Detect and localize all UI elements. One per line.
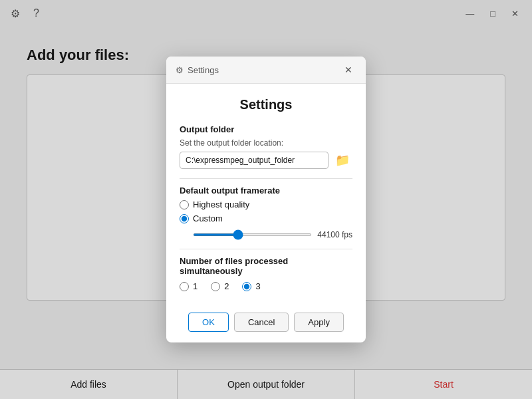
cancel-button[interactable]: Cancel (234, 313, 289, 332)
framerate-radio-highest[interactable]: Highest quality (180, 200, 352, 209)
simul-radio-1-input[interactable] (180, 282, 189, 291)
framerate-radio-custom-input[interactable] (180, 214, 189, 223)
framerate-slider[interactable] (193, 233, 312, 236)
folder-input-row: 📁 (180, 152, 352, 169)
simul-radio-1-label: 1 (193, 281, 198, 291)
framerate-label: Default output framerate (180, 186, 352, 196)
divider-2 (180, 249, 352, 249)
simul-radio-1[interactable]: 1 (180, 281, 198, 291)
framerate-custom-label: Custom (193, 213, 223, 223)
simul-radio-2[interactable]: 2 (211, 281, 229, 291)
dialog-close-button[interactable]: ✕ (340, 63, 356, 76)
simul-radio-3-input[interactable] (242, 282, 251, 291)
framerate-slider-row: 44100 fps (180, 230, 352, 239)
simultaneous-label: Number of files processed simultaneously (180, 256, 352, 276)
dialog-overlay: ⚙ Settings ✕ Settings Output folder Set … (0, 0, 532, 399)
main-window: ⚙ ? — □ ✕ Add your files: Add files Open… (0, 0, 532, 399)
dialog-body: Settings Output folder Set the output fo… (166, 84, 366, 313)
ok-button[interactable]: OK (188, 313, 229, 332)
simultaneous-radio-row: 1 2 3 (180, 281, 352, 291)
folder-browse-button[interactable]: 📁 (332, 152, 352, 169)
simul-radio-2-label: 2 (224, 281, 229, 291)
divider-1 (180, 178, 352, 179)
dialog-titlebar-label: Settings (188, 65, 219, 75)
dialog-titlebar-left: ⚙ Settings (176, 65, 219, 75)
dialog-titlebar: ⚙ Settings ✕ (166, 57, 366, 84)
output-folder-sublabel: Set the output folder location: (180, 138, 352, 148)
framerate-slider-value: 44100 fps (317, 230, 352, 239)
apply-button[interactable]: Apply (294, 313, 344, 332)
output-folder-label: Output folder (180, 124, 352, 134)
dialog-title: Settings (180, 97, 352, 112)
framerate-radio-group: Highest quality Custom (180, 200, 352, 223)
framerate-highest-label: Highest quality (193, 200, 249, 209)
settings-dialog: ⚙ Settings ✕ Settings Output folder Set … (166, 57, 366, 342)
dialog-footer: OK Cancel Apply (166, 313, 366, 342)
simul-radio-3[interactable]: 3 (242, 281, 260, 291)
folder-path-input[interactable] (180, 152, 329, 169)
framerate-radio-highest-input[interactable] (180, 200, 189, 209)
simul-radio-2-input[interactable] (211, 282, 220, 291)
simul-radio-3-label: 3 (255, 281, 260, 291)
dialog-gear-icon: ⚙ (176, 65, 184, 75)
framerate-radio-custom[interactable]: Custom (180, 213, 352, 223)
